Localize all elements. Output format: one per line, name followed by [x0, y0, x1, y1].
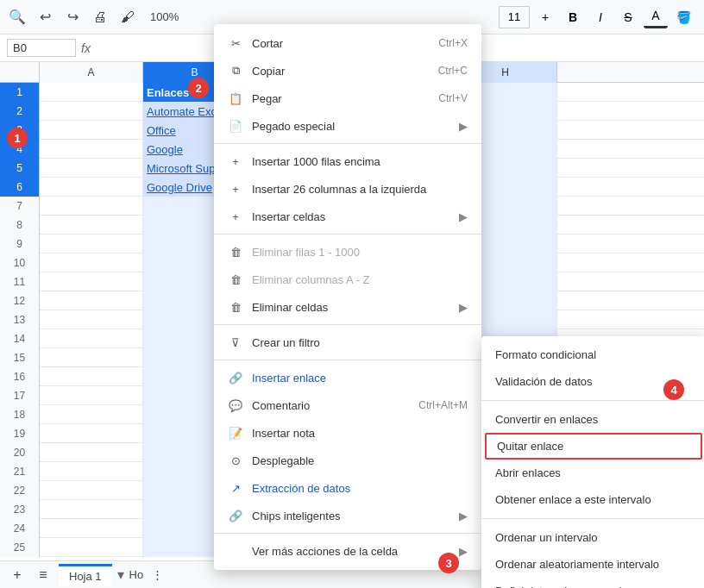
search-icon[interactable]: 🔍 — [7, 7, 28, 28]
menu-item-copy[interactable]: ⧉CopiarCtrl+C — [214, 57, 481, 84]
sheet-tab-ho[interactable]: Ho — [129, 568, 144, 581]
cell-a16[interactable] — [40, 367, 143, 386]
cell-a6[interactable] — [40, 178, 143, 197]
menu-icon-filter: ⊽ — [228, 335, 243, 350]
menu-item-comment[interactable]: 💬ComentarioCtrl+Alt+M — [214, 391, 481, 419]
menu-item-insert-cols[interactable]: +Insertar 26 columnas a la izquierda — [214, 175, 481, 203]
col-header-a[interactable]: A — [40, 62, 143, 83]
menu-label-cut: Cortar — [252, 37, 430, 50]
menu-item-dropdown[interactable]: ⊙Desplegable — [214, 447, 481, 474]
sheet-tab-hoja1[interactable]: Hoja 1 — [59, 564, 112, 586]
menu-item-smart-chips[interactable]: 🔗Chips inteligentes▶ — [214, 502, 481, 529]
cell-a5[interactable] — [40, 159, 143, 178]
menu-icon-insert-cells: + — [228, 209, 243, 224]
menu-item-insert-note[interactable]: 📝Insertar nota — [214, 419, 481, 447]
menu-label-smart-chips: Chips inteligentes — [252, 510, 450, 522]
print-icon[interactable]: 🖨 — [90, 7, 110, 28]
menu-label-comment: Comentario — [252, 399, 410, 412]
submenu-label-conditional-format: Formato condicional — [495, 348, 596, 361]
menu-item-paste-special[interactable]: 📄Pegado especial▶ — [214, 112, 481, 140]
strikethrough-button[interactable]: S — [616, 6, 640, 28]
cell-a12[interactable] — [40, 291, 143, 310]
zoom-level[interactable]: 100% — [145, 9, 184, 25]
sheet-menu-button[interactable]: ≡ — [33, 565, 53, 585]
cell-a11[interactable] — [40, 272, 143, 291]
cell-a22[interactable] — [40, 481, 143, 500]
undo-icon[interactable]: ↩ — [35, 7, 55, 28]
menu-item-filter[interactable]: ⊽Crear un filtro — [214, 328, 481, 356]
cell-a20[interactable] — [40, 443, 143, 462]
menu-divider — [214, 360, 481, 360]
add-font-size-button[interactable]: + — [533, 6, 557, 28]
submenu-item-sort-random[interactable]: Ordenar aleatoriamente intervalo — [481, 551, 704, 578]
cell-a14[interactable] — [40, 329, 143, 348]
menu-arrow-delete-cells: ▶ — [459, 301, 468, 314]
menu-icon-delete-cells: 🗑 — [228, 299, 243, 315]
copy-format-icon[interactable]: 🖌 — [117, 7, 138, 28]
menu-icon-paste-special: 📄 — [228, 118, 243, 134]
menu-item-insert-link[interactable]: 🔗Insertar enlace — [214, 364, 481, 391]
menu-item-data-extraction[interactable]: ↗Extracción de datos — [214, 474, 481, 502]
cell-a7[interactable] — [40, 197, 143, 216]
cell-a1[interactable] — [40, 83, 143, 102]
cell-a4[interactable] — [40, 140, 143, 159]
more-sheets-button[interactable]: ▾ — [117, 566, 124, 583]
add-sheet-button[interactable]: + — [7, 565, 28, 585]
submenu-item-open-links[interactable]: Abrir enlaces — [481, 460, 704, 486]
submenu-item-convert-links[interactable]: Convertir en enlaces — [481, 406, 704, 433]
submenu-label-get-link: Obtener enlace a este intervalo — [495, 493, 651, 506]
menu-item-insert-rows[interactable]: +Insertar 1000 filas encima — [214, 147, 481, 175]
menu-icon-delete-cols: 🗑 — [228, 272, 243, 287]
cell-a8[interactable] — [40, 216, 143, 235]
cell-a17[interactable] — [40, 386, 143, 405]
menu-icon-smart-chips: 🔗 — [228, 508, 243, 523]
menu-item-delete-cells[interactable]: 🗑Eliminar celdas▶ — [214, 293, 481, 321]
row-number: 25 — [0, 538, 40, 557]
row-number: 21 — [0, 462, 40, 481]
row-number: 8 — [0, 216, 40, 235]
menu-label-insert-rows: Insertar 1000 filas encima — [252, 155, 468, 168]
menu-label-insert-cells: Insertar celdas — [252, 210, 450, 223]
row-col-corner — [0, 62, 40, 82]
row-number: 12 — [0, 291, 40, 310]
menu-label-insert-link: Insertar enlace — [252, 372, 468, 385]
cell-a24[interactable] — [40, 519, 143, 538]
paint-button[interactable]: 🪣 — [671, 6, 695, 28]
menu-item-paste[interactable]: 📋PegarCtrl+V — [214, 84, 481, 112]
italic-button[interactable]: I — [588, 6, 613, 28]
submenu-item-get-link[interactable]: Obtener enlace a este intervalo — [481, 486, 704, 513]
menu-item-insert-cells[interactable]: +Insertar celdas▶ — [214, 203, 481, 230]
cell-a25[interactable] — [40, 538, 143, 557]
submenu-item-define-range[interactable]: Definir intervalo con nombre — [481, 578, 704, 588]
submenu-item-remove-link[interactable]: Quitar enlace — [485, 433, 702, 460]
redo-icon[interactable]: ↪ — [62, 7, 83, 28]
submenu-item-conditional-format[interactable]: Formato condicional — [481, 341, 704, 368]
font-size-box[interactable]: 11 — [499, 6, 530, 28]
menu-divider — [214, 143, 481, 144]
submenu-item-sort-range[interactable]: Ordenar un intervalo — [481, 524, 704, 551]
cell-a10[interactable] — [40, 253, 143, 272]
menu-label-filter: Crear un filtro — [252, 336, 468, 349]
cell-a21[interactable] — [40, 462, 143, 481]
cell-a23[interactable] — [40, 500, 143, 519]
menu-shortcut-cut: Ctrl+X — [438, 37, 468, 49]
cell-a19[interactable] — [40, 424, 143, 443]
underline-button[interactable]: A — [644, 6, 668, 28]
cell-a15[interactable] — [40, 348, 143, 367]
more-actions-dots[interactable]: ⋮ — [152, 568, 163, 581]
cell-a3[interactable] — [40, 121, 143, 140]
menu-label-dropdown: Desplegable — [252, 454, 468, 467]
row-number: 1 — [0, 83, 40, 102]
cell-a13[interactable] — [40, 310, 143, 329]
bold-button[interactable]: B — [561, 6, 585, 28]
submenu-divider — [481, 518, 704, 519]
menu-divider — [214, 533, 481, 534]
badge-3: 3 — [438, 553, 459, 573]
cell-a2[interactable] — [40, 102, 143, 121]
cell-reference-input[interactable] — [7, 39, 76, 57]
submenu-label-remove-link: Quitar enlace — [497, 440, 563, 453]
menu-item-cut[interactable]: ✂CortarCtrl+X — [214, 29, 481, 57]
cell-a18[interactable] — [40, 405, 143, 424]
row-number: 22 — [0, 481, 40, 500]
cell-a9[interactable] — [40, 235, 143, 253]
